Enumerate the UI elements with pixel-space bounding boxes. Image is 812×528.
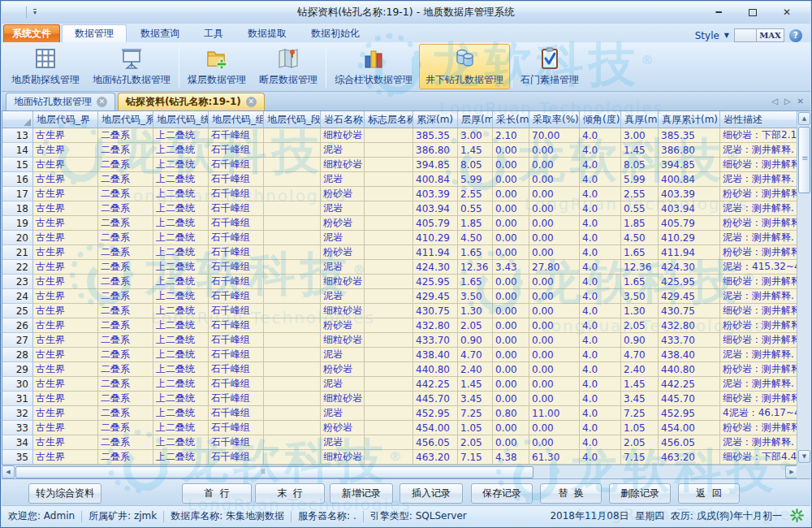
column-header[interactable]: 倾角(度) [580, 111, 621, 128]
cell[interactable]: 4.0 [580, 187, 621, 201]
cell[interactable]: 12.36 [621, 260, 659, 275]
close-icon[interactable]: ✕ [246, 97, 257, 107]
cell[interactable]: 0.00 [493, 362, 529, 377]
cell[interactable]: 二叠系 [98, 158, 153, 172]
cell[interactable]: 1.45 [621, 143, 659, 158]
maximize-button[interactable] [736, 4, 770, 20]
cell[interactable]: 二叠系 [98, 348, 153, 362]
tab-scroll-right-icon[interactable]: ▷ [784, 97, 791, 106]
cell[interactable]: 424.30 [659, 260, 720, 275]
cell[interactable] [365, 362, 413, 377]
tab-system-file[interactable]: 系统文件 [3, 24, 60, 42]
button-survey-line-management[interactable]: 地质勘探线管理 [5, 44, 86, 89]
cell[interactable] [365, 392, 413, 406]
cell[interactable]: 2.05 [458, 318, 493, 333]
cell[interactable]: 石千峰组 [209, 333, 264, 348]
cell[interactable]: 3.00 [621, 128, 659, 143]
cell[interactable]: 古生界 [33, 260, 98, 275]
cell[interactable] [264, 187, 321, 201]
cell[interactable]: 2.05 [458, 435, 493, 450]
row-number[interactable]: 32 [2, 406, 33, 421]
column-header[interactable]: 岩性描述 [720, 111, 798, 128]
cell[interactable] [264, 172, 321, 187]
cell[interactable]: 430.75 [659, 304, 720, 318]
row-number[interactable]: 15 [2, 158, 33, 172]
cell[interactable]: 385.35 [413, 128, 458, 143]
cell[interactable]: 古生界 [33, 377, 98, 392]
cell[interactable]: 7.25 [458, 406, 493, 421]
cell[interactable]: 上二叠统 [153, 245, 209, 260]
cell[interactable]: 石千峰组 [209, 318, 264, 333]
cell[interactable]: 细砂岩：测井解释. [720, 304, 798, 318]
cell[interactable]: 0.00 [529, 392, 580, 406]
cell[interactable]: 2.40 [458, 362, 493, 377]
cell[interactable] [365, 143, 413, 158]
cell[interactable]: 古生界 [33, 421, 98, 435]
cell[interactable]: 424.30 [413, 260, 458, 275]
cell[interactable]: 445.70 [659, 392, 720, 406]
cell[interactable]: 粉砂岩 [321, 216, 365, 231]
cell[interactable] [264, 143, 321, 158]
cell[interactable]: 细粒砂岩 [321, 304, 365, 318]
cell[interactable]: 古生界 [33, 333, 98, 348]
cell[interactable]: 二叠系 [98, 450, 153, 465]
row-number[interactable]: 27 [2, 333, 33, 348]
cell[interactable]: 2.05 [621, 435, 659, 450]
cell[interactable]: 古生界 [33, 275, 98, 289]
cell[interactable]: 70.00 [529, 128, 580, 143]
cell[interactable]: 440.80 [413, 362, 458, 377]
cell[interactable]: 385.35 [659, 128, 720, 143]
close-icon[interactable]: ✕ [97, 97, 107, 107]
cell[interactable]: 石千峰组 [209, 421, 264, 435]
row-number[interactable]: 13 [2, 128, 33, 143]
cell[interactable]: 4.0 [580, 216, 621, 231]
style-mode-control[interactable]: MAX [734, 28, 784, 42]
cell[interactable]: 0.00 [529, 187, 580, 201]
cell[interactable] [365, 260, 413, 275]
doc-tab-surface-borehole[interactable]: 地面钻孔数据管理 ✕ [6, 93, 115, 110]
cell[interactable]: 古生界 [33, 216, 98, 231]
cell[interactable]: 7.15 [458, 450, 493, 465]
cell[interactable]: 二叠系 [98, 318, 153, 333]
cell[interactable]: 452.95 [413, 406, 458, 421]
cell[interactable]: 细砂岩：下部4.43m [720, 450, 798, 465]
cell[interactable]: 429.45 [659, 289, 720, 304]
row-number[interactable]: 17 [2, 187, 33, 201]
cell[interactable]: 二叠系 [98, 377, 153, 392]
cell[interactable]: 二叠系 [98, 172, 153, 187]
cell[interactable]: 粉砂岩：测井解释. [720, 362, 798, 377]
cell[interactable]: 粉砂岩：测井解释. [720, 421, 798, 435]
cell[interactable]: 上二叠统 [153, 289, 209, 304]
cell[interactable]: 0.00 [529, 245, 580, 260]
cell[interactable] [365, 172, 413, 187]
column-header[interactable]: 累深(m) [413, 111, 458, 128]
cell[interactable]: 452.95 [659, 406, 720, 421]
cell[interactable]: 细粒砂岩 [321, 333, 365, 348]
cell[interactable]: 7.15 [621, 450, 659, 465]
cell[interactable]: 1.30 [458, 304, 493, 318]
cell[interactable]: 4.0 [580, 245, 621, 260]
cell[interactable]: 古生界 [33, 392, 98, 406]
button-rock-gate-sketch-management[interactable]: 石门素描管理 [514, 44, 585, 89]
cell[interactable]: 1.45 [621, 377, 659, 392]
cell[interactable]: 古生界 [33, 348, 98, 362]
cell[interactable]: 411.94 [659, 245, 720, 260]
cell[interactable]: 4.38 [493, 450, 529, 465]
cell[interactable] [365, 187, 413, 201]
cell[interactable]: 上二叠统 [153, 201, 209, 216]
cell[interactable]: 403.39 [413, 187, 458, 201]
cell[interactable]: 泥岩 [321, 201, 365, 216]
cell[interactable]: 二叠系 [98, 275, 153, 289]
cell[interactable]: 石千峰组 [209, 172, 264, 187]
cell[interactable]: 403.94 [659, 201, 720, 216]
cell[interactable]: 4.0 [580, 406, 621, 421]
cell[interactable]: 古生界 [33, 231, 98, 245]
cell[interactable]: 石千峰组 [209, 187, 264, 201]
button-composite-column-management[interactable]: 综合柱状数据管理 [328, 44, 419, 89]
cell[interactable] [365, 318, 413, 333]
cell[interactable]: 386.80 [413, 143, 458, 158]
cell[interactable]: 上二叠统 [153, 421, 209, 435]
cell[interactable]: 粉砂岩：测井解释. [720, 245, 798, 260]
cell[interactable]: 1.05 [458, 421, 493, 435]
cell[interactable]: 403.39 [659, 187, 720, 201]
